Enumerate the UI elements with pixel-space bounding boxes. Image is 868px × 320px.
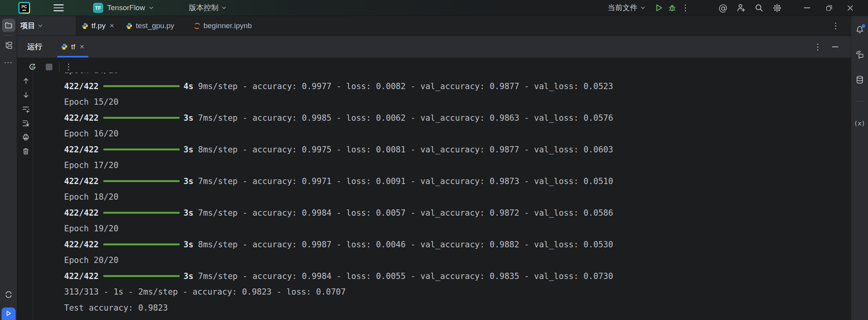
stripe-bottom	[0, 288, 17, 320]
run-tab-tf[interactable]: tf ✕	[56, 36, 89, 57]
chevron-down-icon	[641, 6, 645, 9]
project-toolwindow-button[interactable]	[2, 19, 15, 32]
structure-icon	[5, 41, 13, 49]
code-with-me-button[interactable]	[734, 1, 748, 14]
database-button[interactable]	[853, 73, 866, 86]
progress-bar	[103, 212, 180, 214]
console-progress-line: 422/4224s9ms/step - accuracy: 0.9977 - l…	[64, 79, 851, 95]
prev-occurrence-button[interactable]	[21, 77, 31, 85]
step-count: 422/422	[64, 272, 99, 281]
stripe-divider	[855, 101, 864, 102]
notification-dot	[862, 24, 865, 28]
print-button[interactable]	[21, 133, 31, 141]
notifications-button[interactable]	[853, 23, 866, 36]
gear-icon	[773, 4, 782, 13]
run-button[interactable]	[652, 1, 666, 14]
step-count: 422/422	[64, 208, 99, 218]
run-toolwindow-button[interactable]	[2, 307, 16, 320]
console-side-toolbar	[20, 77, 32, 156]
pycharm-logo-text: PC	[21, 5, 27, 9]
search-icon	[755, 4, 763, 12]
python-icon	[82, 23, 88, 29]
scroll-to-end-button[interactable]	[21, 119, 31, 127]
run-configuration-selector[interactable]: 当前文件	[608, 3, 645, 13]
console-options-button[interactable]: ⋮	[64, 64, 73, 70]
main-area: ⋯ 项目	[0, 16, 868, 320]
main-menu-button[interactable]	[54, 4, 64, 11]
run-config-label: 当前文件	[608, 3, 637, 13]
epoch-time: 3s	[184, 240, 193, 249]
rerun-icon	[29, 63, 36, 71]
run-tab-label: tf	[71, 43, 75, 51]
pycharm-window: PC TF TensorFlow 版本控制 当前文件	[0, 0, 868, 320]
console-progress-line: 422/4223s7ms/step - accuracy: 0.9985 - l…	[64, 110, 851, 126]
project-pane-header[interactable]: 项目	[17, 16, 76, 36]
metrics-text: 7ms/step - accuracy: 0.9984 - loss: 0.00…	[198, 272, 613, 281]
more-actions-button[interactable]: ⋮	[679, 1, 692, 14]
console-text-line: Epoch 14/20	[64, 73, 851, 79]
minimize-icon	[804, 7, 810, 8]
run-header-actions: ⋮	[814, 40, 851, 54]
vcs-widget[interactable]: 版本控制	[189, 3, 226, 13]
step-count: 422/422	[64, 82, 99, 91]
more-toolwindows-button[interactable]: ⋯	[4, 57, 13, 68]
search-everywhere-button[interactable]	[752, 1, 766, 14]
tab-test-gpu-py[interactable]: test_gpu.py	[120, 16, 179, 36]
console-text-line: Epoch 19/20	[64, 221, 851, 237]
console-text-line: Test accuracy: 0.9823	[64, 300, 851, 316]
stop-button[interactable]	[43, 61, 55, 73]
window-close-button[interactable]	[842, 1, 858, 14]
chevron-down-icon	[38, 24, 43, 27]
tab-close-icon[interactable]: ✕	[109, 21, 115, 30]
progress-bar	[103, 117, 180, 119]
console-text-line: Epoch 20/20	[64, 252, 851, 268]
rerun-button[interactable]	[27, 61, 38, 73]
close-icon	[847, 5, 854, 11]
step-count: 422/422	[64, 240, 99, 249]
project-avatar: TF	[93, 3, 103, 13]
epoch-time: 3s	[184, 272, 193, 281]
play-icon	[5, 310, 12, 316]
clear-all-button[interactable]	[21, 147, 31, 156]
tab-label: test_gpu.py	[136, 21, 174, 30]
tab-beginner-ipynb[interactable]: beginner.ipynb	[188, 16, 258, 36]
trash-icon	[22, 148, 29, 155]
run-header-options-button[interactable]: ⋮	[814, 44, 822, 50]
metrics-text: 7ms/step - accuracy: 0.9985 - loss: 0.00…	[198, 113, 613, 123]
python-icon	[126, 23, 132, 29]
hide-toolwindow-button[interactable]	[832, 40, 838, 54]
jupyter-icon	[194, 23, 200, 29]
ai-assistant-button[interactable]: @	[716, 1, 730, 14]
run-console-panel: ⋮	[17, 58, 851, 320]
project-name: TensorFlow	[107, 4, 145, 12]
epoch-time: 3s	[184, 113, 193, 123]
run-toolwindow-header: 运行 tf ✕ ⋮	[17, 36, 851, 58]
window-minimize-button[interactable]	[799, 1, 815, 14]
python-console-toolwindow-button[interactable]	[2, 288, 15, 301]
tab-options-button[interactable]: ⋮	[832, 23, 840, 29]
metrics-text: 8ms/step - accuracy: 0.9975 - loss: 0.00…	[198, 145, 613, 154]
title-bar: PC TF TensorFlow 版本控制 当前文件	[0, 0, 868, 16]
step-count: 422/422	[64, 113, 99, 123]
console-progress-line: 422/4223s7ms/step - accuracy: 0.9984 - l…	[64, 205, 851, 221]
printer-icon	[22, 134, 29, 141]
tab-label: tf.py	[91, 21, 106, 30]
ai-chat-button[interactable]	[853, 48, 866, 61]
tab-tf-py[interactable]: tf.py ✕	[76, 16, 120, 36]
console-progress-line: 422/4223s8ms/step - accuracy: 0.9987 - l…	[64, 237, 851, 253]
structure-toolwindow-button[interactable]	[2, 39, 15, 52]
soft-wrap-button[interactable]	[21, 105, 31, 113]
console-text-line: Epoch 17/20	[64, 157, 851, 173]
window-restore-button[interactable]	[821, 1, 837, 14]
at-spiral-icon: @	[719, 3, 728, 13]
python-icon	[61, 43, 68, 50]
next-occurrence-button[interactable]	[21, 91, 31, 99]
console-viewport[interactable]: Epoch 14/20422/4224s9ms/step - accuracy:…	[33, 73, 851, 320]
arrow-up-icon	[23, 77, 29, 84]
run-tab-close-icon[interactable]: ✕	[80, 43, 85, 50]
settings-button[interactable]	[770, 1, 784, 14]
run-toolwindow-title: 运行	[27, 42, 42, 52]
project-widget[interactable]: TF TensorFlow	[93, 3, 154, 13]
sciview-button[interactable]: (x)	[853, 116, 866, 130]
debug-button[interactable]	[666, 1, 679, 14]
